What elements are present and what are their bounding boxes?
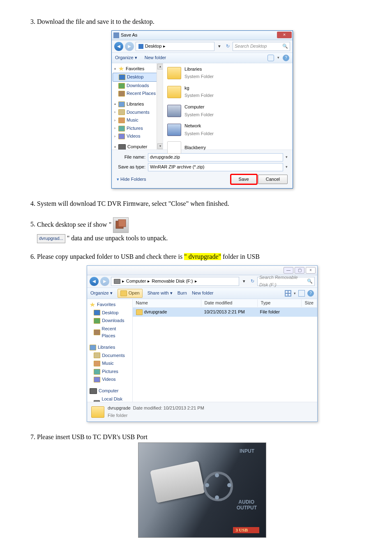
nav-downloads[interactable]: Downloads xyxy=(89,317,131,325)
nav-back-button[interactable]: ◄ xyxy=(90,277,99,286)
nav-documents[interactable]: ▹Documents xyxy=(113,108,162,117)
item-computer[interactable]: ComputerSystem Folder xyxy=(167,104,288,118)
open-button[interactable]: Open xyxy=(118,289,143,298)
step-5-pre: Check desktop see if show " xyxy=(37,221,113,228)
nav-videos[interactable]: ▹Videos xyxy=(113,132,162,140)
desktop-file-iconantic xyxy=(113,217,129,233)
hide-folders-link[interactable]: Hide Folders xyxy=(117,176,146,183)
folder-icon xyxy=(136,309,143,315)
save-icon xyxy=(113,32,119,38)
nav-scrollbar[interactable]: ▴ ▾ xyxy=(157,63,163,150)
preview-pane-icon[interactable] xyxy=(298,290,305,297)
scroll-down-icon[interactable]: ▾ xyxy=(157,143,163,149)
breadcrumb[interactable]: Desktop ▸ xyxy=(136,42,214,51)
scroll-up-icon[interactable]: ▴ xyxy=(157,64,163,69)
refresh-icon[interactable]: ↻ xyxy=(224,43,231,50)
history-dropdown[interactable]: ▾ xyxy=(241,278,247,285)
new-folder-button[interactable]: New folder xyxy=(192,290,214,297)
close-icon[interactable]: × xyxy=(306,267,316,274)
search-icon: 🔍 xyxy=(282,43,288,50)
address-bar: ◄ ► Desktop ▸ ▾ ↻ Search Desktop 🔍 xyxy=(112,40,293,53)
nav-videos[interactable]: Videos xyxy=(89,375,131,384)
usb-stick xyxy=(150,461,205,503)
nav-pictures[interactable]: Pictures xyxy=(89,368,131,376)
refresh-icon[interactable]: ↻ xyxy=(249,278,256,285)
nav-recent-places[interactable]: Recent Places xyxy=(113,90,162,98)
nav-forward-button[interactable]: ► xyxy=(125,42,134,51)
search-input[interactable]: Search Removable Disk (F:) 🔍 xyxy=(257,277,315,286)
breadcrumb-sep: ▸ xyxy=(163,43,166,50)
item-network[interactable]: NetworkSystem Folder xyxy=(167,122,288,137)
filename-input[interactable]: dvrupgrade.zip xyxy=(148,153,283,161)
step-3: Download the file and save it to the des… xyxy=(37,16,367,189)
close-icon[interactable]: × xyxy=(277,32,292,38)
col-date[interactable]: Date modified xyxy=(201,299,258,307)
savetype-select[interactable]: WinRAR ZIP archive (*.zip) xyxy=(148,163,283,171)
save-button[interactable]: Save xyxy=(231,175,257,184)
nav-recent-places[interactable]: Recent Places xyxy=(89,325,131,340)
nav-favorites[interactable]: ▴Favorites xyxy=(113,65,162,73)
view-icon[interactable] xyxy=(285,290,291,297)
explorer-window: — ▢ × ◄ ► ▸ Computer ▸ Removable Disk (F… xyxy=(87,265,318,422)
search-input[interactable]: Search Desktop 🔍 xyxy=(233,42,290,51)
nav-computer[interactable]: ▴Computer xyxy=(113,143,162,150)
organize-menu[interactable]: Organize ▾ xyxy=(115,54,137,62)
nav-downloads[interactable]: Downloads xyxy=(113,82,162,90)
step-7-text: Please insert USB to TC DVR's USB Port xyxy=(37,433,148,440)
photo-tag: 3 USB xyxy=(233,527,259,533)
nav-local-c[interactable]: Local Disk (C:) xyxy=(89,395,131,402)
item-blackberry[interactable]: Blackberry xyxy=(167,141,288,154)
item-libraries[interactable]: LibrariesSystem Folder xyxy=(167,66,288,81)
col-type[interactable]: Type xyxy=(258,299,302,307)
history-dropdown[interactable]: ▾ xyxy=(216,43,223,50)
status-meta: Date modified: 10/21/2013 2:21 PM xyxy=(133,405,204,410)
burn-button[interactable]: Burn xyxy=(178,290,187,297)
explorer-titlebar: — ▢ × xyxy=(87,266,317,275)
nav-music[interactable]: ▹Music xyxy=(113,116,162,124)
dialog-title: Save As xyxy=(121,32,137,39)
step-5-post: " data and use unpack tools to unpack. xyxy=(67,235,168,242)
step-5: Check desktop see if show " dvrupgrad...… xyxy=(37,217,367,244)
step-6-pre: Please copy unpacked folder to USB and c… xyxy=(37,253,184,260)
explorer-address-bar: ◄ ► ▸ Computer ▸ Removable Disk (F:) ▸ ▾… xyxy=(87,275,317,288)
view-icon[interactable] xyxy=(267,55,274,61)
nav-desktop[interactable]: Desktop xyxy=(89,309,131,317)
nav-pictures[interactable]: ▹Pictures xyxy=(113,124,162,133)
label-input: INPUT xyxy=(240,449,254,454)
breadcrumb[interactable]: ▸ Computer ▸ Removable Disk (F:) ▸ xyxy=(111,277,239,286)
step-6-highlight: " dvrupgrade" xyxy=(184,253,221,260)
share-with-menu[interactable]: Share with ▾ xyxy=(148,290,173,297)
nav-music[interactable]: Music xyxy=(89,359,131,368)
nav-libraries[interactable]: Libraries xyxy=(89,343,131,352)
filename-dropdown[interactable]: ▾ xyxy=(286,154,288,160)
drive-icon xyxy=(114,279,120,284)
help-icon[interactable]: ? xyxy=(307,290,314,297)
help-icon[interactable]: ? xyxy=(283,55,289,61)
breadcrumb-removable: Removable Disk (F:) xyxy=(152,278,193,285)
status-name: dvrupgrade xyxy=(108,405,131,410)
column-headers[interactable]: Name Date modified Type Size xyxy=(133,299,317,308)
svg-rect-1 xyxy=(118,219,126,227)
nav-libraries[interactable]: ▴Libraries xyxy=(113,100,162,108)
file-row-dvrupgrade[interactable]: dvrupgrade 10/21/2013 2:21 PM File folde… xyxy=(133,308,317,317)
nav-back-button[interactable]: ◄ xyxy=(114,42,123,51)
organize-menu[interactable]: Organize ▾ xyxy=(90,290,113,297)
item-kg[interactable]: kgSystem Folder xyxy=(167,85,288,99)
minimize-icon[interactable]: — xyxy=(284,267,293,274)
step-6-post: folder in USB xyxy=(221,253,260,260)
cancel-button[interactable]: Cancel xyxy=(258,175,288,184)
nav-computer[interactable]: Computer xyxy=(89,387,131,395)
nav-forward-button[interactable]: ► xyxy=(100,277,109,286)
nav-documents[interactable]: Documents xyxy=(89,352,131,360)
new-folder-button[interactable]: New folder xyxy=(145,54,166,62)
col-name[interactable]: Name xyxy=(133,299,201,307)
nav-desktop[interactable]: Desktop xyxy=(113,73,162,82)
search-placeholder: Search Desktop xyxy=(235,43,267,50)
nav-favorites[interactable]: Favorites xyxy=(89,301,131,309)
view-dropdown[interactable]: ▾ xyxy=(294,290,296,296)
maximize-icon[interactable]: ▢ xyxy=(295,267,304,274)
col-size[interactable]: Size xyxy=(302,299,317,307)
view-dropdown[interactable]: ▾ xyxy=(277,55,279,60)
savetype-dropdown[interactable]: ▾ xyxy=(286,164,288,170)
computer-icon xyxy=(167,105,181,117)
